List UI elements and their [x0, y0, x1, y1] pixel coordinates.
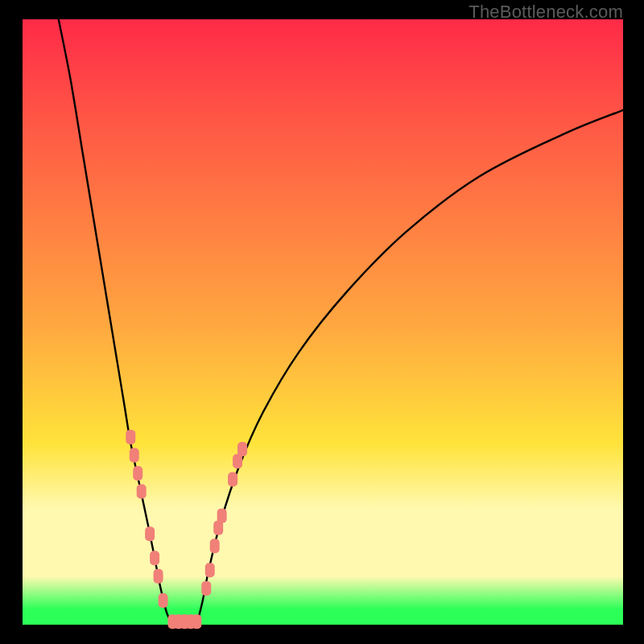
series-marker: [201, 581, 211, 596]
curve-left-branch: [59, 19, 173, 625]
series-marker: [145, 526, 155, 541]
series-marker: [217, 509, 227, 523]
series-marker: [133, 466, 142, 481]
plot-area: [23, 19, 623, 625]
series-marker: [154, 569, 163, 584]
series-marker: [150, 551, 159, 565]
series-marker: [228, 473, 237, 487]
curve-right-branch: [196, 110, 623, 625]
series-marker: [159, 593, 168, 608]
curve-layer: [23, 19, 623, 625]
series-marker: [205, 563, 215, 577]
series-marker: [137, 485, 147, 499]
outer-frame: TheBottleneck.com: [0, 0, 644, 644]
series-marker: [126, 430, 135, 444]
series-marker: [130, 448, 139, 462]
series-marker: [210, 539, 220, 553]
series-marker: [237, 442, 247, 456]
series-marker: [192, 614, 201, 629]
